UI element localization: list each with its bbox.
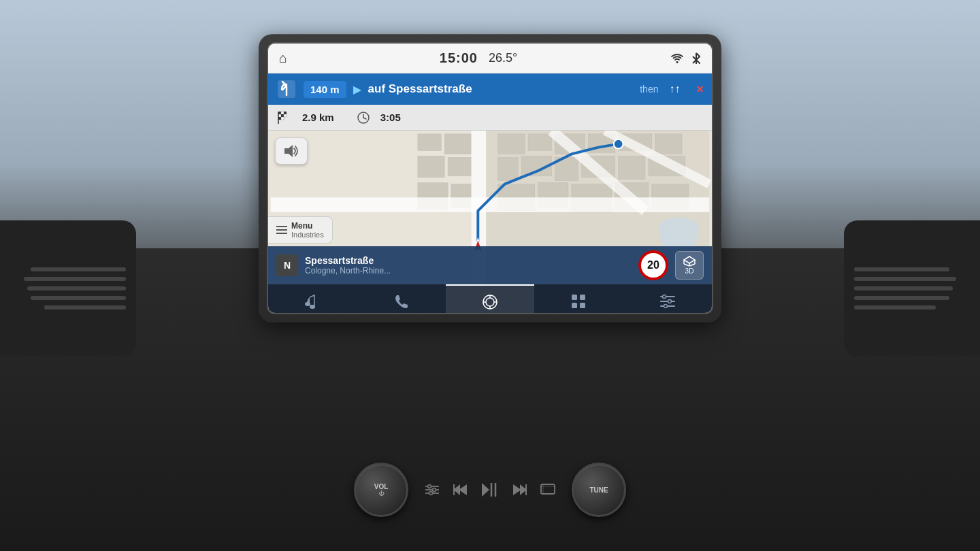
svg-point-55 — [305, 302, 310, 306]
current-street: Spessartstraße — [305, 255, 632, 266]
svg-marker-49 — [684, 256, 695, 263]
wifi-icon — [670, 52, 685, 65]
svg-marker-45 — [284, 145, 293, 157]
eta-display: 3:05 — [380, 112, 401, 123]
vent-slat — [854, 286, 953, 290]
vent-left — [0, 220, 136, 356]
svg-point-56 — [310, 305, 315, 309]
clock-display: 15:00 — [440, 50, 478, 66]
svg-rect-6 — [281, 114, 284, 117]
status-icons — [670, 52, 701, 65]
vent-slat — [854, 277, 956, 281]
navigation-icon — [482, 294, 498, 310]
svg-point-70 — [662, 295, 666, 299]
settings-icon — [659, 293, 676, 310]
nav-instruction-bar: 140 m ▶ auf Spessartstraße then ↑↑ × — [268, 73, 712, 105]
nav-then-label: then — [640, 84, 658, 95]
navigation-label: Navigation — [471, 313, 510, 314]
svg-rect-26 — [619, 156, 645, 179]
nav-distance: 140 m — [304, 81, 346, 98]
speed-limit-sign: 20 — [638, 250, 668, 280]
vent-slat — [24, 277, 126, 281]
svg-rect-9 — [281, 117, 284, 120]
turn-icon — [276, 79, 297, 99]
svg-point-77 — [433, 488, 436, 492]
eq-button[interactable] — [425, 483, 440, 497]
vol-label: VOL — [374, 484, 389, 490]
total-distance: 2.9 km — [302, 112, 334, 123]
menu-icon — [276, 225, 287, 235]
svg-rect-64 — [580, 295, 585, 300]
map-area[interactable]: Menu Industries N Spessartstraße Cologne… — [268, 131, 712, 284]
screen-housing: ⌂ 15:00 26.5° — [259, 34, 721, 322]
media-controls — [425, 482, 555, 497]
tab-navigation[interactable]: Navigation — [446, 284, 534, 314]
vol-knob[interactable]: VOL ⏻ — [354, 463, 408, 517]
svg-rect-17 — [528, 134, 551, 151]
play-pause-button[interactable] — [482, 482, 498, 497]
current-city: Cologne, North-Rhine... — [305, 266, 632, 276]
3d-label: 3D — [685, 267, 694, 275]
settings-label: Settings — [653, 312, 682, 314]
vent-right — [844, 220, 980, 356]
svg-rect-16 — [498, 134, 525, 154]
svg-rect-22 — [498, 157, 518, 180]
3d-icon — [683, 256, 696, 267]
svg-point-76 — [428, 485, 431, 488]
phone-icon — [394, 294, 409, 309]
vent-slat — [31, 296, 126, 300]
svg-rect-35 — [418, 156, 444, 177]
vent-slat — [31, 267, 126, 271]
audio-icon — [304, 294, 321, 309]
svg-point-0 — [676, 61, 678, 63]
menu-sublabel: Industries — [291, 231, 324, 239]
skip-back-button[interactable] — [453, 483, 468, 497]
svg-rect-34 — [444, 134, 471, 154]
tune-knob[interactable]: TUNE — [572, 463, 626, 517]
svg-rect-36 — [448, 157, 471, 176]
nav-tabs-bar: Audio Phone — [268, 284, 712, 314]
svg-rect-66 — [580, 303, 585, 308]
vent-slat — [854, 296, 949, 300]
nav-then-icon: ↑↑ — [669, 83, 680, 95]
phone-label: Phone — [389, 312, 413, 314]
destination-icon — [278, 111, 291, 124]
svg-marker-82 — [482, 483, 489, 497]
nav-close-button[interactable]: × — [696, 82, 704, 97]
volume-icon — [283, 144, 299, 158]
svg-rect-87 — [525, 484, 527, 495]
skip-forward-button[interactable] — [512, 483, 527, 497]
home-icon[interactable]: ⌂ — [279, 50, 287, 66]
svg-line-54 — [689, 264, 695, 266]
tab-mobile-apps[interactable]: Mobile Apps — [534, 284, 623, 314]
svg-rect-7 — [284, 114, 287, 117]
svg-point-43 — [614, 139, 623, 149]
tab-audio[interactable]: Audio — [268, 284, 357, 314]
svg-point-72 — [664, 305, 667, 308]
svg-rect-21 — [655, 134, 682, 154]
compass: N — [276, 254, 298, 276]
bluetooth-icon — [691, 52, 701, 65]
tab-settings[interactable]: Settings — [623, 284, 712, 314]
svg-rect-65 — [572, 303, 577, 308]
svg-point-78 — [429, 492, 433, 495]
tab-phone[interactable]: Phone — [357, 284, 445, 314]
svg-rect-4 — [284, 112, 287, 114]
svg-rect-3 — [281, 112, 284, 114]
svg-rect-33 — [418, 134, 441, 151]
svg-rect-63 — [572, 295, 577, 300]
svg-point-58 — [486, 298, 494, 306]
screen-header: ⌂ 15:00 26.5° — [268, 44, 712, 73]
mobile-apps-icon — [570, 293, 587, 310]
view-3d-button[interactable]: 3D — [675, 251, 704, 280]
nav-secondary-bar: 2.9 km 3:05 — [268, 105, 712, 131]
svg-line-53 — [684, 264, 689, 266]
display-button[interactable] — [540, 483, 555, 497]
nav-arrow-icon: ▶ — [353, 83, 361, 96]
street-info: Spessartstraße Cologne, North-Rhine... — [305, 255, 632, 276]
mobile-apps-label: Mobile Apps — [557, 312, 601, 314]
vent-slat — [44, 305, 126, 310]
vent-slat — [854, 305, 936, 310]
volume-button[interactable] — [275, 137, 308, 165]
menu-button[interactable]: Menu Industries — [268, 216, 333, 244]
